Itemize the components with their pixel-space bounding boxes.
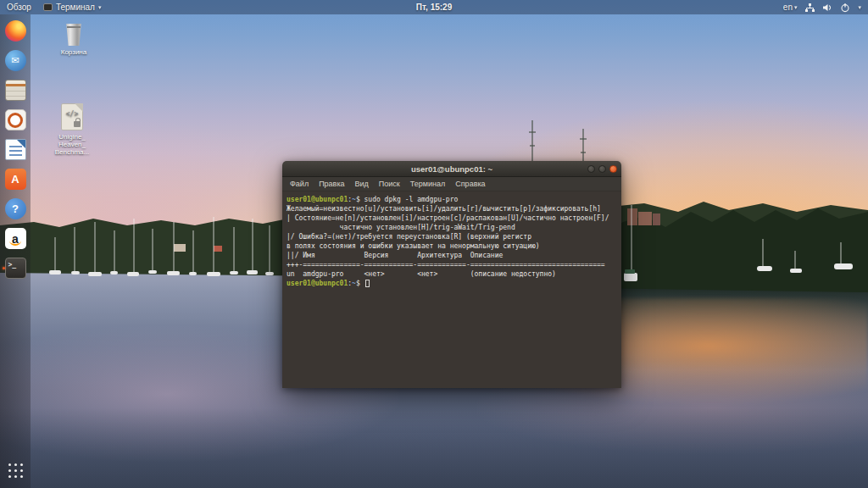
trash-icon [65, 24, 82, 46]
dock: ✉A?a>_ [0, 14, 31, 488]
window-buttons [587, 161, 617, 176]
dock-item-amazon[interactable]: a [3, 227, 28, 250]
dock-item-software[interactable]: A [3, 168, 28, 191]
grid-icon [8, 463, 11, 466]
menu-view[interactable]: Вид [350, 180, 374, 188]
terminal-line: user01@ubunpc01:~$ sudo dpkg -l amdgpu-p… [287, 195, 617, 204]
app-menu[interactable]: Терминал ▾ [43, 3, 102, 12]
wallpaper-bottom-shade [0, 408, 868, 488]
file-label-line: Unigine_ [41, 133, 103, 141]
terminal-line: un amdgpu-pro <нет> <нет> (описание недо… [287, 269, 617, 279]
chevron-down-icon: ▾ [98, 4, 102, 11]
menu-terminal[interactable]: Терминал [405, 180, 450, 188]
thunderbird-icon: ✉ [5, 50, 26, 71]
desktop-icon-unigine-heaven-file[interactable]: </> Unigine_ Heaven_ Benchma... [41, 103, 103, 156]
menu-edit[interactable]: Правка [314, 180, 349, 188]
top-bar: Обзор Терминал ▾ Пт, 15:29 en ▾ [0, 0, 868, 14]
terminal-line: ||/ Имя Версия Архитектура Описание [287, 251, 617, 260]
network-icon[interactable] [804, 3, 815, 13]
writer-icon [5, 139, 26, 160]
dock-item-terminal[interactable]: >_ [3, 257, 28, 280]
power-icon[interactable] [840, 3, 850, 13]
close-button[interactable] [609, 165, 617, 173]
minimize-button[interactable] [587, 165, 595, 173]
dock-item-thunderbird[interactable]: ✉ [3, 49, 28, 72]
file-label-line: Benchma... [41, 148, 103, 156]
window-title: user01@ubunpc01: ~ [411, 164, 492, 174]
terminal-line: +++-==============-============-========… [287, 260, 617, 269]
trash-label: Корзина [42, 48, 105, 56]
chevron-down-icon: ▾ [858, 4, 861, 11]
dock-item-writer[interactable] [3, 138, 28, 161]
menu-file[interactable]: Файл [285, 180, 314, 188]
terminal-line: частично установлен[H]/trig-aWait/Trig-p… [287, 223, 617, 232]
terminal-line: |/ Ошибка?=(нет)/требуется переустановка… [287, 232, 617, 241]
firefox-icon [5, 20, 26, 42]
terminal-line: user01@ubunpc01:~$ [287, 279, 617, 288]
dock-item-help[interactable]: ? [3, 197, 28, 220]
dock-item-rhythmbox[interactable] [3, 108, 28, 131]
activities-button[interactable]: Обзор [7, 3, 31, 12]
maximize-button[interactable] [598, 165, 606, 173]
show-applications-button[interactable] [3, 458, 28, 483]
code-glyph: </> [62, 110, 82, 118]
menu-help[interactable]: Справка [450, 180, 490, 188]
rhythmbox-icon [5, 109, 26, 130]
help-icon: ? [5, 198, 26, 219]
terminal-app-icon [43, 3, 53, 11]
terminal-body[interactable]: user01@ubunpc01:~$ sudo dpkg -l amdgpu-p… [282, 191, 621, 388]
terminal-menubar: ФайлПравкаВидПоискТерминалСправка [282, 177, 621, 191]
script-file-icon: </> [61, 103, 83, 130]
desktop-icon-trash[interactable]: Корзина [42, 24, 105, 56]
terminal-line: | Состояние=не[n]/установлен[i]/настроен… [287, 214, 617, 223]
amazon-icon: a [5, 228, 26, 249]
lock-icon [74, 121, 81, 127]
keyboard-layout-indicator[interactable]: en ▾ [783, 3, 798, 12]
menu-search[interactable]: Поиск [374, 180, 405, 188]
dock-items: ✉A?a>_ [3, 19, 28, 280]
chevron-down-icon: ▾ [794, 4, 798, 11]
terminal-window: user01@ubunpc01: ~ ФайлПравкаВидПоискТер… [282, 161, 621, 388]
terminal-cursor [365, 280, 370, 287]
keyboard-layout-label: en [783, 3, 793, 12]
terminal-line: Желаемый=неизвестно[u]/установить[i]/уда… [287, 204, 617, 214]
desktop: Обзор Терминал ▾ Пт, 15:29 en ▾ [0, 0, 868, 488]
clock[interactable]: Пт, 15:29 [416, 3, 452, 12]
dock-item-firefox[interactable] [3, 19, 28, 42]
dock-item-files[interactable] [3, 79, 28, 102]
files-icon [5, 80, 26, 101]
terminal-icon: >_ [5, 258, 26, 279]
software-icon: A [5, 169, 26, 190]
volume-icon[interactable] [822, 3, 832, 13]
window-titlebar[interactable]: user01@ubunpc01: ~ [282, 161, 621, 177]
app-menu-label: Терминал [56, 3, 95, 12]
file-label-line: Heaven_ [41, 141, 103, 148]
terminal-line: в полях состояния и ошибки указывает на … [287, 241, 617, 251]
